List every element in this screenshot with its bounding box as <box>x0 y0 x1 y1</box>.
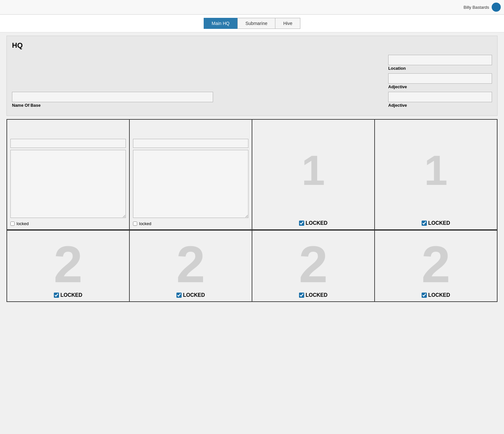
cell-1-1-locked-checkbox[interactable] <box>10 222 15 226</box>
cell-2-1-locked-label: LOCKED <box>60 292 82 298</box>
tab-main-hq[interactable]: Main HQ <box>204 18 237 29</box>
cell-2-2: 2 LOCKED <box>130 231 252 302</box>
location-label: Location <box>388 66 492 71</box>
hq-title: HQ <box>12 41 492 50</box>
cell-1-4-number: 1 <box>424 149 448 191</box>
cell-2-3-locked-row: LOCKED <box>299 292 328 298</box>
cell-1-4-locked-label: LOCKED <box>428 220 450 226</box>
cell-1-2-text-input[interactable] <box>133 139 248 148</box>
adjective1-field: Adjective <box>388 73 492 89</box>
cell-1-4: 1 LOCKED <box>375 120 498 230</box>
cell-1-3-locked-checkbox[interactable] <box>299 221 304 226</box>
location-input[interactable] <box>388 55 492 65</box>
cell-1-3: 1 LOCKED <box>252 120 375 230</box>
cell-1-1-content: locked <box>10 139 126 226</box>
name-of-base-field: Name Of Base <box>12 92 375 108</box>
hq-form: Name Of Base Location Adjective Adjectiv… <box>12 55 492 110</box>
adjective1-label: Adjective <box>388 84 492 89</box>
cell-1-2-locked-label: locked <box>139 221 151 226</box>
hq-left: Name Of Base <box>12 66 388 110</box>
cell-2-4-locked-label: LOCKED <box>428 292 450 298</box>
adjective1-input[interactable] <box>388 73 492 84</box>
username-label: Billy Bastards <box>463 5 489 10</box>
cell-1-3-locked-label: LOCKED <box>306 220 328 226</box>
cell-2-1-locked-row: LOCKED <box>54 292 82 298</box>
cell-1-1-textarea[interactable] <box>10 150 126 218</box>
cell-2-3-locked-label: LOCKED <box>306 292 328 298</box>
cell-1-2-textarea[interactable] <box>133 150 248 218</box>
tab-hive[interactable]: Hive <box>275 18 300 29</box>
hq-right: Location Adjective Adjective <box>388 55 492 110</box>
adjective2-label: Adjective <box>388 103 492 108</box>
name-of-base-label: Name Of Base <box>12 103 375 108</box>
cell-2-2-locked-label: LOCKED <box>183 292 205 298</box>
cell-2-3-locked-checkbox[interactable] <box>299 293 304 298</box>
adjective2-input[interactable] <box>388 92 492 102</box>
cell-2-4-locked-checkbox[interactable] <box>422 293 427 298</box>
avatar <box>492 3 501 12</box>
cell-1-1-locked-label: locked <box>17 221 29 226</box>
adjective2-field: Adjective <box>388 92 492 108</box>
cell-1-3-number: 1 <box>302 149 325 191</box>
cell-1-4-locked-checkbox[interactable] <box>422 221 427 226</box>
cell-2-1-number: 2 <box>54 238 83 290</box>
cell-1-1: locked <box>7 120 130 230</box>
hq-section: HQ Name Of Base Location Adjective Adjec… <box>6 36 498 116</box>
cells-grid-row2: 2 LOCKED 2 LOCKED 2 LOCKED 2 LOCKED <box>6 230 498 302</box>
tab-submarine[interactable]: Submarine <box>237 18 276 29</box>
top-bar: Billy Bastards <box>0 0 504 15</box>
cell-1-2-content: locked <box>133 139 248 226</box>
cell-1-3-locked-row: LOCKED <box>299 220 328 226</box>
cell-1-1-locked-row: locked <box>10 221 126 226</box>
cell-1-1-text-input[interactable] <box>10 139 126 148</box>
cell-1-4-locked-row: LOCKED <box>422 220 450 226</box>
name-of-base-input[interactable] <box>12 92 213 102</box>
cells-grid-row1: locked locked 1 LOCKED 1 LOCKED <box>6 119 498 230</box>
cell-1-2-locked-row: locked <box>133 221 248 226</box>
cell-2-1: 2 LOCKED <box>7 231 130 302</box>
cell-2-2-locked-row: LOCKED <box>176 292 205 298</box>
cell-2-3-number: 2 <box>299 238 328 290</box>
cell-2-3: 2 LOCKED <box>252 231 375 302</box>
location-field: Location <box>388 55 492 71</box>
nav-tabs: Main HQ Submarine Hive <box>0 15 504 32</box>
cell-2-2-number: 2 <box>176 238 205 290</box>
cell-2-4-locked-row: LOCKED <box>422 292 450 298</box>
cell-2-4-number: 2 <box>422 238 450 290</box>
cell-2-4: 2 LOCKED <box>375 231 498 302</box>
cell-2-1-locked-checkbox[interactable] <box>54 293 59 298</box>
cell-2-2-locked-checkbox[interactable] <box>176 293 182 298</box>
cell-1-2-locked-checkbox[interactable] <box>133 222 137 226</box>
cell-1-2: locked <box>130 120 252 230</box>
